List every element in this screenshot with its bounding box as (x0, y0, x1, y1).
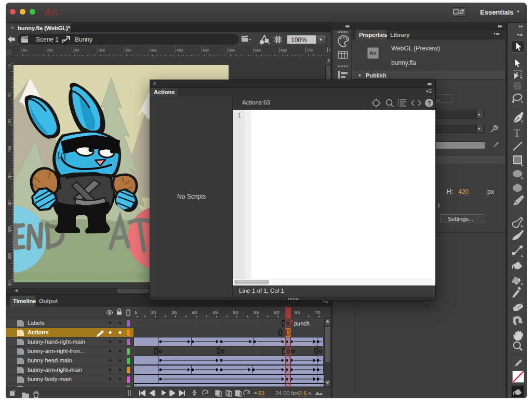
svg-text:45: 45 (212, 309, 218, 315)
svg-text:70: 70 (315, 309, 321, 315)
svg-text:700: 700 (307, 48, 313, 53)
svg-text:5: 5 (135, 309, 137, 315)
svg-text:40: 40 (192, 309, 197, 315)
svg-text:250: 250 (73, 48, 79, 53)
svg-text:300: 300 (99, 48, 105, 53)
svg-text:50: 50 (233, 309, 238, 315)
svg-text:2.6 s: 2.6 s (299, 390, 311, 396)
svg-text:24.00 fps: 24.00 fps (275, 390, 299, 396)
svg-text:150: 150 (21, 48, 28, 53)
svg-text:250: 250 (7, 199, 12, 206)
svg-text:0: 0 (7, 64, 12, 67)
svg-text:60: 60 (274, 309, 280, 315)
svg-text:600: 600 (255, 48, 261, 53)
svg-text:▾☰: ▾☰ (517, 32, 523, 37)
svg-text:Actions: Actions (28, 329, 48, 335)
svg-text:200: 200 (7, 172, 12, 179)
svg-text:T: T (514, 127, 520, 139)
svg-text:200: 200 (47, 48, 54, 53)
svg-text:bunny-arm-right-fron...: bunny-arm-right-fron... (28, 348, 84, 354)
svg-text:55: 55 (254, 309, 259, 315)
svg-text:bunny-head-main: bunny-head-main (28, 357, 72, 363)
svg-text:bunny-arm-right-main: bunny-arm-right-main (28, 367, 82, 373)
svg-text:350: 350 (7, 253, 12, 259)
svg-text:bunny-hand-right-main: bunny-hand-right-main (28, 338, 85, 345)
svg-text:350: 350 (125, 48, 131, 53)
svg-text:Labels: Labels (28, 320, 45, 326)
svg-text:35: 35 (171, 309, 177, 315)
svg-text:63: 63 (258, 390, 264, 396)
svg-text:400: 400 (7, 279, 12, 286)
svg-text:▸▸: ▸▸ (519, 24, 523, 29)
svg-text:650: 650 (281, 48, 287, 53)
svg-text:450: 450 (177, 48, 183, 53)
svg-text:300: 300 (7, 226, 12, 232)
svg-text:65: 65 (295, 309, 300, 315)
svg-text:?: ? (428, 100, 431, 107)
svg-text:100: 100 (7, 119, 12, 125)
svg-text:550: 550 (229, 48, 235, 53)
svg-text:punch: punch (294, 320, 310, 327)
svg-text:500: 500 (203, 48, 209, 53)
svg-text:400: 400 (151, 48, 157, 53)
svg-text:150: 150 (7, 146, 12, 152)
svg-text:30: 30 (151, 309, 156, 315)
svg-text:bunny-body-main: bunny-body-main (28, 376, 72, 382)
